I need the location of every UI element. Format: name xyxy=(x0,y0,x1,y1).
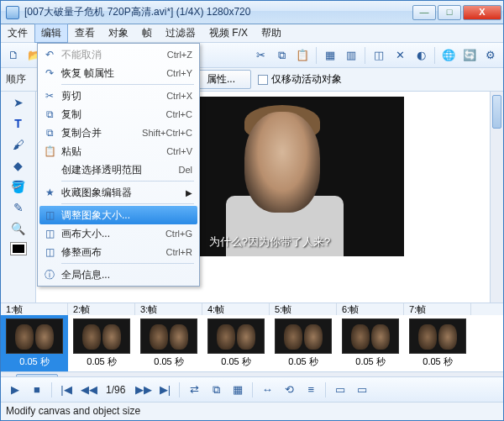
timeline-header: 6:帧 xyxy=(337,303,404,315)
menu-对象[interactable]: 对象 xyxy=(102,24,135,43)
menu-item[interactable]: ↷恢复 帧属性Ctrl+Y xyxy=(39,64,197,82)
tool-icon[interactable]: ▥ xyxy=(342,46,360,65)
frame-duration: 0.05 秒 xyxy=(68,355,135,368)
frame-duration: 0.05 秒 xyxy=(1,355,68,368)
zoom-icon[interactable]: 🔍 xyxy=(10,222,27,239)
swatch-icon[interactable] xyxy=(11,243,26,255)
menu-item-label: 不能取消 xyxy=(61,48,102,62)
frame-duration: 0.05 秒 xyxy=(404,355,471,368)
menu-过滤器[interactable]: 过滤器 xyxy=(159,24,202,43)
tool-icon[interactable]: ⇄ xyxy=(186,383,202,396)
paste-icon[interactable]: 📋 xyxy=(293,46,312,65)
prev-button[interactable]: ◀◀ xyxy=(81,383,96,396)
menu-item[interactable]: 📋粘贴Ctrl+V xyxy=(39,142,197,161)
menu-item-shortcut: Ctrl+Z xyxy=(167,50,192,60)
menu-item-shortcut: Ctrl+R xyxy=(166,247,192,257)
checkbox-icon xyxy=(258,75,268,85)
menu-item[interactable]: ◫修整画布Ctrl+R xyxy=(39,243,197,261)
menu-item[interactable]: ◫调整图象大小... xyxy=(39,206,197,224)
tool-icon[interactable]: ▦ xyxy=(230,383,245,396)
menu-文件[interactable]: 文件 xyxy=(1,24,34,43)
menu-item-shortcut: Ctrl+G xyxy=(165,229,192,239)
menu-item-icon: ★ xyxy=(43,187,56,198)
bucket-icon[interactable]: 🪣 xyxy=(10,180,27,197)
refresh-icon[interactable]: 🔄 xyxy=(460,46,479,65)
vertical-scrollbar[interactable] xyxy=(490,92,503,303)
menu-查看[interactable]: 查看 xyxy=(68,24,102,43)
frame-thumbnail xyxy=(140,318,197,354)
menu-item[interactable]: ⓘ全局信息... xyxy=(39,266,197,284)
last-button[interactable]: ▶| xyxy=(157,383,172,396)
arrow-icon[interactable]: ➤ xyxy=(10,96,27,113)
tool-icon[interactable]: ◐ xyxy=(412,46,430,65)
shape-icon[interactable]: ◆ xyxy=(10,159,27,176)
menu-item: ↶不能取消Ctrl+Z xyxy=(39,45,197,64)
timeline-header: 3:帧 xyxy=(135,303,202,315)
timeline-frame[interactable]: 0.05 秒 xyxy=(270,315,337,371)
menu-item[interactable]: ◫画布大小...Ctrl+G xyxy=(39,224,197,243)
close-button[interactable]: X xyxy=(463,5,501,20)
picker-icon[interactable]: ✎ xyxy=(10,201,27,218)
menu-item[interactable]: ⧉复制Ctrl+C xyxy=(39,105,197,124)
timeline-frame[interactable]: 0.05 秒 xyxy=(202,315,270,371)
timeline-frame[interactable]: 0.05 秒 xyxy=(68,315,135,371)
copy-icon[interactable]: ⧉ xyxy=(272,46,291,65)
menu-item-label: 全局信息... xyxy=(61,268,110,282)
submenu-arrow-icon: ▶ xyxy=(186,188,192,197)
maximize-button[interactable]: □ xyxy=(438,5,461,20)
frame-duration: 0.05 秒 xyxy=(270,355,337,368)
menu-帧[interactable]: 帧 xyxy=(135,24,159,43)
frame-thumbnail xyxy=(409,318,466,354)
play-button[interactable]: ▶ xyxy=(8,383,23,396)
menu-item[interactable]: 创建选择透明范围Del xyxy=(39,161,197,179)
menu-item[interactable]: ✂剪切Ctrl+X xyxy=(39,87,197,105)
tool-icon[interactable]: ⟲ xyxy=(281,383,297,396)
statusbar: Modify canvas and object size xyxy=(1,402,503,420)
window-title: [007大破量子危机 720P高清.avi*] (1/4X) 1280x720 xyxy=(19,5,412,19)
menu-item-label: 复制合并 xyxy=(61,126,102,140)
tool-icon[interactable]: ◫ xyxy=(370,46,388,65)
tool-icon[interactable]: ↔ xyxy=(260,383,275,396)
menu-item-icon: 📋 xyxy=(43,145,56,157)
menu-item-icon: ◫ xyxy=(43,228,56,239)
timeline-frame[interactable]: 0.05 秒 xyxy=(404,315,471,371)
new-icon[interactable]: 🗋 xyxy=(4,46,23,65)
frame-thumbnail xyxy=(6,318,63,354)
timeline-frame[interactable]: 0.05 秒 xyxy=(1,315,68,371)
brush-icon[interactable]: 🖌 xyxy=(10,138,27,155)
menu-item-icon: ◫ xyxy=(43,246,56,258)
tool-icon[interactable]: ▭ xyxy=(333,383,348,396)
menu-item-icon: ⧉ xyxy=(43,108,56,120)
titlebar: [007大破量子危机 720P高清.avi*] (1/4X) 1280x720 … xyxy=(1,1,503,24)
tool-icon[interactable]: ▭ xyxy=(354,383,370,396)
web-icon[interactable]: 🌐 xyxy=(439,46,458,65)
first-button[interactable]: |◀ xyxy=(59,383,74,396)
minimize-button[interactable]: — xyxy=(412,5,436,20)
menu-item-shortcut: Ctrl+C xyxy=(166,109,192,119)
menu-item[interactable]: ⧉复制合并Shift+Ctrl+C xyxy=(39,124,197,142)
text-icon[interactable]: T xyxy=(10,117,27,134)
menu-item[interactable]: ★收藏图象编辑器▶ xyxy=(39,183,197,202)
tool-icon[interactable]: ≡ xyxy=(303,383,318,396)
menu-item-label: 修整画布 xyxy=(61,245,102,260)
next-button[interactable]: ▶▶ xyxy=(135,383,150,396)
menu-item-icon: ✂ xyxy=(43,90,56,102)
edit-menu-dropdown: ↶不能取消Ctrl+Z↷恢复 帧属性Ctrl+Y✂剪切Ctrl+X⧉复制Ctrl… xyxy=(37,43,200,287)
timeline-frame[interactable]: 0.05 秒 xyxy=(337,315,404,371)
tool-icon[interactable]: ✕ xyxy=(391,46,409,65)
order-label: 顺序 xyxy=(6,72,26,87)
tool-icon[interactable]: ▦ xyxy=(321,46,339,65)
frame-thumbnail xyxy=(275,318,332,354)
menu-视频 F/X[interactable]: 视频 F/X xyxy=(202,24,255,43)
menu-item-label: 复制 xyxy=(61,108,81,122)
gear-icon[interactable]: ⚙ xyxy=(481,46,500,65)
cut-icon[interactable]: ✂ xyxy=(251,46,270,65)
menu-编辑[interactable]: 编辑 xyxy=(34,24,68,43)
move-only-checkbox[interactable]: 仅移动活动对象 xyxy=(258,72,342,87)
menu-item-shortcut: Ctrl+V xyxy=(166,146,192,156)
tool-icon[interactable]: ⧉ xyxy=(208,383,223,397)
stop-button[interactable]: ■ xyxy=(29,383,45,396)
timeline-frame[interactable]: 0.05 秒 xyxy=(135,315,202,371)
menu-item-shortcut: Shift+Ctrl+C xyxy=(142,128,192,138)
menu-帮助[interactable]: 帮助 xyxy=(255,24,288,43)
